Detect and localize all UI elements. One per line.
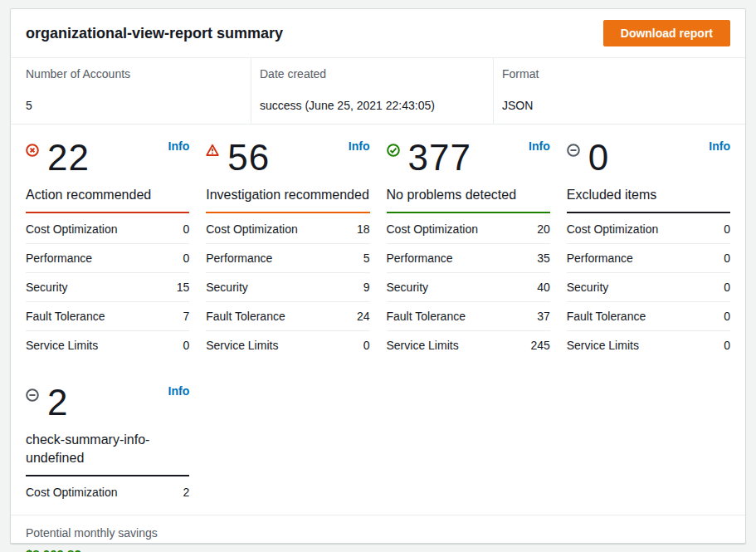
card-count: 0 bbox=[588, 136, 609, 179]
category-row: Cost Optimization 0 bbox=[26, 215, 189, 244]
card-label: Excluded items bbox=[567, 186, 730, 212]
error-circle-icon bbox=[26, 144, 39, 157]
card-rows: Cost Optimization 0 Performance 0 Securi… bbox=[26, 215, 189, 359]
category-row: Fault Tolerance 24 bbox=[206, 302, 369, 331]
category-label: Performance bbox=[26, 252, 92, 265]
category-row: Security 9 bbox=[206, 273, 369, 302]
category-label: Fault Tolerance bbox=[206, 310, 285, 323]
category-value: 0 bbox=[183, 222, 189, 236]
category-value: 2 bbox=[183, 486, 189, 499]
info-link[interactable]: Info bbox=[709, 136, 730, 153]
category-row: Security 40 bbox=[387, 273, 550, 302]
category-label: Cost Optimization bbox=[567, 222, 658, 236]
card-count: 2 bbox=[47, 381, 68, 424]
card-label: No problems detected bbox=[387, 186, 550, 212]
category-value: 0 bbox=[724, 281, 730, 294]
category-label: Service Limits bbox=[567, 339, 639, 352]
success-circle-icon bbox=[387, 144, 400, 157]
category-value: 0 bbox=[724, 222, 730, 236]
category-label: Service Limits bbox=[387, 339, 459, 352]
meta-value: JSON bbox=[502, 99, 734, 112]
card-action-recommended: 22 Info Action recommended Cost Optimiza… bbox=[26, 136, 189, 359]
category-label: Service Limits bbox=[206, 339, 278, 352]
warning-triangle-icon bbox=[206, 144, 219, 157]
meta-label: Number of Accounts bbox=[26, 67, 239, 81]
report-meta: Number of Accounts 5 Date created succes… bbox=[11, 58, 745, 125]
meta-value: success (June 25, 2021 22:43:05) bbox=[260, 99, 481, 112]
category-row: Service Limits 0 bbox=[206, 331, 369, 359]
card-top: 0 Info bbox=[567, 136, 730, 179]
category-label: Performance bbox=[206, 252, 272, 265]
category-row: Fault Tolerance 7 bbox=[26, 302, 189, 331]
card-count: 377 bbox=[408, 136, 471, 179]
card-underline bbox=[26, 212, 189, 213]
category-row: Cost Optimization 2 bbox=[26, 478, 189, 506]
potential-monthly-savings: Potential monthly savings $8,009.82 bbox=[11, 515, 745, 552]
category-label: Security bbox=[206, 281, 248, 294]
category-row: Performance 0 bbox=[26, 244, 189, 273]
category-value: 0 bbox=[363, 339, 370, 352]
summary-cards: 22 Info Action recommended Cost Optimiza… bbox=[11, 125, 745, 515]
card-top: 56 Info bbox=[206, 136, 369, 179]
category-row: Service Limits 0 bbox=[567, 331, 730, 359]
category-value: 35 bbox=[537, 252, 550, 265]
category-row: Service Limits 0 bbox=[26, 331, 189, 359]
category-value: 0 bbox=[183, 252, 189, 265]
report-summary-panel: organizational-view-report summary Downl… bbox=[10, 8, 746, 544]
category-value: 9 bbox=[363, 281, 370, 294]
category-label: Fault Tolerance bbox=[567, 310, 646, 323]
card-rows: Cost Optimization 18 Performance 5 Secur… bbox=[206, 215, 369, 359]
meta-number-of-accounts: Number of Accounts 5 bbox=[11, 58, 251, 124]
card-excluded-items: 0 Info Excluded items Cost Optimization … bbox=[567, 136, 730, 359]
category-row: Security 15 bbox=[26, 273, 189, 302]
category-label: Fault Tolerance bbox=[387, 310, 466, 323]
meta-format: Format JSON bbox=[493, 58, 745, 124]
category-value: 24 bbox=[357, 310, 370, 323]
category-row: Security 0 bbox=[567, 273, 730, 302]
category-value: 5 bbox=[363, 252, 370, 265]
category-row: Performance 0 bbox=[567, 244, 730, 273]
category-row: Fault Tolerance 37 bbox=[387, 302, 550, 331]
category-label: Performance bbox=[387, 252, 453, 265]
category-value: 7 bbox=[183, 310, 189, 323]
category-label: Cost Optimization bbox=[206, 222, 297, 236]
category-row: Performance 35 bbox=[387, 244, 550, 273]
category-label: Service Limits bbox=[26, 339, 98, 352]
card-rows: Cost Optimization 2 bbox=[26, 478, 189, 506]
category-value: 0 bbox=[724, 310, 730, 323]
card-label: Investigation recommended bbox=[206, 186, 369, 212]
category-value: 18 bbox=[357, 222, 370, 236]
meta-label: Format bbox=[502, 67, 734, 81]
card-check-summary-info-undefined: 2 Info check-summary-info-undefined Cost… bbox=[26, 381, 189, 506]
category-value: 0 bbox=[724, 252, 730, 265]
info-link[interactable]: Info bbox=[168, 136, 190, 153]
category-label: Performance bbox=[567, 252, 633, 265]
meta-value: 5 bbox=[26, 99, 239, 112]
card-underline bbox=[567, 212, 730, 213]
page-title: organizational-view-report summary bbox=[26, 25, 283, 42]
category-row: Cost Optimization 18 bbox=[206, 215, 369, 244]
card-rows: Cost Optimization 0 Performance 0 Securi… bbox=[567, 215, 730, 359]
category-row: Service Limits 245 bbox=[387, 331, 550, 359]
info-link[interactable]: Info bbox=[349, 136, 370, 153]
card-top: 22 Info bbox=[26, 136, 189, 179]
category-value: 37 bbox=[537, 310, 550, 323]
category-value: 20 bbox=[537, 222, 550, 236]
meta-date-created: Date created success (June 25, 2021 22:4… bbox=[251, 58, 493, 124]
category-label: Cost Optimization bbox=[387, 222, 478, 236]
category-value: 15 bbox=[177, 281, 190, 294]
category-label: Security bbox=[26, 281, 68, 294]
info-link[interactable]: Info bbox=[168, 381, 190, 398]
category-row: Fault Tolerance 0 bbox=[567, 302, 730, 331]
info-link[interactable]: Info bbox=[529, 136, 550, 153]
card-underline bbox=[26, 475, 189, 476]
meta-label: Date created bbox=[260, 67, 481, 81]
category-row: Performance 5 bbox=[206, 244, 369, 273]
category-value: 40 bbox=[537, 281, 550, 294]
card-count: 56 bbox=[227, 136, 270, 179]
excluded-circle-icon bbox=[567, 144, 580, 157]
card-count: 22 bbox=[47, 136, 90, 179]
card-underline bbox=[387, 212, 550, 213]
download-report-button[interactable]: Download report bbox=[603, 20, 730, 46]
category-label: Security bbox=[387, 281, 429, 294]
